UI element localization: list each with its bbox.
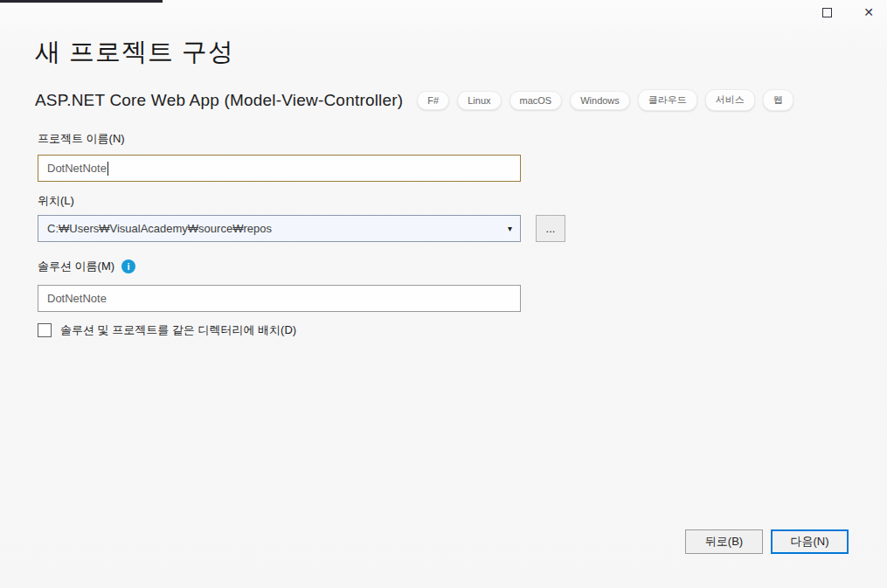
- tag-macos: macOS: [509, 91, 563, 110]
- info-icon[interactable]: i: [121, 259, 135, 273]
- location-combobox[interactable]: C:₩Users₩VisualAcademy₩source₩repos ▾: [38, 215, 521, 242]
- tag-service: 서비스: [705, 89, 755, 111]
- project-name-label: 프로젝트 이름(N): [38, 131, 125, 147]
- page-title: 새 프로젝트 구성: [35, 35, 234, 70]
- maximize-button[interactable]: [814, 2, 840, 23]
- tag-windows: Windows: [570, 91, 630, 110]
- tag-cloud: 클라우드: [638, 89, 697, 111]
- project-name-value: DotNetNote: [47, 162, 107, 175]
- same-directory-row: 솔루션 및 프로젝트를 같은 디렉터리에 배치(D): [38, 322, 296, 338]
- tag-fsharp: F#: [417, 91, 449, 110]
- template-tag-list: F# Linux macOS Windows 클라우드 서비스 웹: [417, 89, 793, 111]
- close-button[interactable]: ✕: [856, 2, 882, 23]
- footer-buttons: 뒤로(B) 다음(N): [685, 529, 849, 554]
- chevron-down-icon: ▾: [508, 223, 512, 232]
- background-window-edge: [0, 0, 163, 3]
- location-label: 위치(L): [38, 193, 74, 209]
- solution-name-input[interactable]: DotNetNote: [38, 285, 521, 312]
- configure-project-dialog: ✕ 새 프로젝트 구성 ASP.NET Core Web App (Model-…: [0, 0, 887, 588]
- template-row: ASP.NET Core Web App (Model-View-Control…: [35, 89, 793, 111]
- same-directory-label: 솔루션 및 프로젝트를 같은 디렉터리에 배치(D): [60, 322, 296, 338]
- project-name-input[interactable]: DotNetNote: [38, 155, 521, 182]
- tag-web: 웹: [763, 89, 793, 111]
- solution-name-label: 솔루션 이름(M): [38, 259, 114, 274]
- maximize-icon: [822, 8, 832, 17]
- next-button[interactable]: 다음(N): [771, 529, 849, 554]
- solution-name-value: DotNetNote: [47, 292, 107, 305]
- tag-linux: Linux: [457, 91, 501, 110]
- back-button[interactable]: 뒤로(B): [685, 529, 763, 554]
- text-caret: [107, 162, 108, 176]
- browse-location-button[interactable]: ...: [536, 215, 565, 242]
- template-name: ASP.NET Core Web App (Model-View-Control…: [35, 91, 403, 110]
- window-controls: ✕: [814, 2, 882, 23]
- same-directory-checkbox[interactable]: [38, 323, 52, 337]
- location-value: C:₩Users₩VisualAcademy₩source₩repos: [47, 222, 272, 235]
- close-icon: ✕: [863, 6, 874, 18]
- solution-name-label-row: 솔루션 이름(M) i: [38, 259, 135, 274]
